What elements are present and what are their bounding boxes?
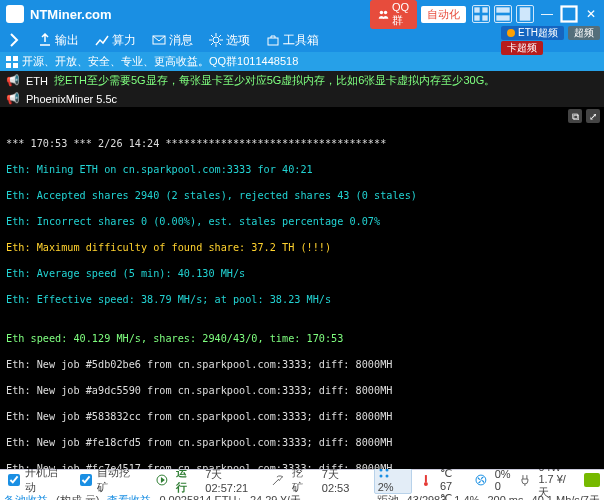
titlebar: NTMiner.com QQ群 自动化 — ✕ xyxy=(0,0,604,28)
eth-tag: ETH xyxy=(26,75,48,87)
svg-point-1 xyxy=(384,10,387,13)
svg-point-21 xyxy=(385,475,388,478)
tab-label: 消息 xyxy=(169,32,193,49)
oc-badge[interactable]: 超频 xyxy=(568,26,600,40)
chevron-right-icon xyxy=(8,33,22,47)
mail-icon xyxy=(152,33,166,47)
console-job-line: Eth: New job #fc7e4517 from cn.sparkpool… xyxy=(6,463,392,469)
miner-row: 📢 PhoenixMiner 5.5c xyxy=(0,90,604,107)
svg-rect-14 xyxy=(13,56,18,61)
qq-group-label: QQ群 xyxy=(392,1,409,28)
run-icon xyxy=(156,474,168,486)
svg-rect-7 xyxy=(496,15,509,20)
hashrate-7d: 40.1 Mh/s/7天 xyxy=(532,493,600,501)
console-line: Eth: Incorrect shares 0 (0.00%), est. st… xyxy=(6,216,380,227)
console-line: Eth: Effective speed: 38.79 MH/s; at poo… xyxy=(6,294,331,305)
gear-icon xyxy=(209,33,223,47)
svg-rect-4 xyxy=(474,15,479,20)
console-expand-button[interactable]: ⤢ xyxy=(586,109,600,123)
eth-oc-badge[interactable]: ETH超频 xyxy=(501,26,564,40)
console-speed-line: Eth speed: 40.129 MH/s, shares: 2940/43/… xyxy=(6,333,343,344)
svg-point-23 xyxy=(424,482,428,486)
latency: 200 ms xyxy=(487,494,523,500)
chart-icon xyxy=(95,33,109,47)
tab-hashrate[interactable]: 算力 xyxy=(87,28,144,52)
pickaxe-icon xyxy=(272,474,284,486)
speaker-icon: 📢 xyxy=(6,74,20,87)
profit-eth: 0.0025814 ETH↓ xyxy=(159,494,242,500)
card-oc-badge[interactable]: 卡超频 xyxy=(501,41,543,55)
distance-shares: 43/2983 xyxy=(407,494,447,500)
svg-rect-16 xyxy=(13,63,18,68)
svg-point-0 xyxy=(380,10,383,13)
svg-rect-15 xyxy=(6,63,11,68)
svg-rect-22 xyxy=(425,475,427,482)
message-row: 📢 ETH 挖ETH至少需要5G显存，每张显卡至少对应5G虚拟内存，比如6张显卡… xyxy=(0,71,604,90)
console-job-line: Eth: New job #a9dc5590 from cn.sparkpool… xyxy=(6,385,392,396)
grid-icon xyxy=(6,56,18,68)
toolbox-icon xyxy=(266,33,280,47)
phoenixminer-label: PhoenixMiner 5.5c xyxy=(26,93,117,105)
tab-label: 输出 xyxy=(55,32,79,49)
console-job-line: Eth: New job #5db02be6 from cn.sparkpool… xyxy=(6,359,392,370)
people-icon xyxy=(378,9,389,20)
banner-text: 开源、开放、安全、专业、更高收益。QQ群1011448518 xyxy=(22,54,298,69)
banner: 开源、开放、安全、专业、更高收益。QQ群1011448518 xyxy=(0,52,604,71)
automation-button[interactable]: 自动化 xyxy=(421,6,466,23)
layout-rows-icon[interactable] xyxy=(494,5,512,23)
console-job-line: Eth: New job #583832cc from cn.sparkpool… xyxy=(6,411,392,422)
console-line: Eth: Mining ETH on cn.sparkpool.com:3333… xyxy=(6,164,313,175)
fan-speed: 0%0 xyxy=(495,468,511,492)
view-profit-button[interactable]: 查看收益 xyxy=(107,493,151,501)
tab-label: 算力 xyxy=(112,32,136,49)
svg-rect-9 xyxy=(562,7,577,22)
minimize-button[interactable]: — xyxy=(538,5,556,23)
svg-rect-6 xyxy=(496,7,509,12)
thermometer-icon xyxy=(420,474,432,486)
profit-cny: 24.29 ¥/天 xyxy=(250,493,301,501)
plug-icon xyxy=(519,474,531,486)
status-bar: 开机启动 自动挖矿 运行 7天02:57:21 挖矿 7天02:53 2% 67… xyxy=(0,469,604,500)
svg-rect-8 xyxy=(520,7,531,20)
app-name: NTMiner.com xyxy=(30,7,112,22)
app-logo-icon xyxy=(6,5,24,23)
distance-pct: 1.4% xyxy=(454,494,479,500)
backup-val: (构成 元) xyxy=(56,493,99,501)
svg-rect-5 xyxy=(482,15,487,20)
console-job-line: Eth: New job #fe18cfd5 from cn.sparkpool… xyxy=(6,437,392,448)
console-line: Eth: Average speed (5 min): 40.130 MH/s xyxy=(6,268,245,279)
console-line: Eth: Accepted shares 2940 (2 stales), re… xyxy=(6,190,417,201)
svg-rect-13 xyxy=(6,56,11,61)
fan-icon xyxy=(475,474,487,486)
tab-label: 选项 xyxy=(226,32,250,49)
console-copy-button[interactable]: ⧉ xyxy=(568,109,582,123)
svg-rect-2 xyxy=(474,7,479,12)
tab-toolbox[interactable]: 工具箱 xyxy=(258,28,327,52)
console-output: ⧉ ⤢ *** 170:53 *** 2/26 14:24 **********… xyxy=(0,107,604,469)
tab-messages[interactable]: 消息 xyxy=(144,28,201,52)
qq-group-button[interactable]: QQ群 xyxy=(370,0,417,29)
expand-button[interactable] xyxy=(0,28,30,52)
svg-point-20 xyxy=(379,475,382,478)
tab-output[interactable]: 输出 xyxy=(30,28,87,52)
tab-options[interactable]: 选项 xyxy=(201,28,258,52)
svg-rect-3 xyxy=(482,7,487,12)
upload-icon xyxy=(38,33,52,47)
toolbar: 输出 算力 消息 选项 工具箱 ETH超频 超频 卡超频 xyxy=(0,28,604,52)
eth-notice: 挖ETH至少需要5G显存，每张显卡至少对应5G虚拟内存，比如6张显卡虚拟内存至少… xyxy=(54,73,495,88)
svg-point-11 xyxy=(213,37,219,43)
console-timestamp: *** 170:53 *** 2/26 14:24 **************… xyxy=(6,138,386,149)
coin-icon xyxy=(507,29,515,37)
maximize-button[interactable] xyxy=(560,5,578,23)
speaker-icon: 📢 xyxy=(6,92,20,105)
svg-point-24 xyxy=(476,475,486,485)
close-button[interactable]: ✕ xyxy=(582,5,600,23)
svg-rect-12 xyxy=(268,38,278,45)
console-line: Eth: Maximum difficulty of found share: … xyxy=(6,242,331,253)
nvidia-icon xyxy=(584,473,600,487)
distance-label: 距池 xyxy=(377,493,399,501)
tab-label: 工具箱 xyxy=(283,32,319,49)
layout-grid-icon[interactable] xyxy=(472,5,490,23)
layout-page-icon[interactable] xyxy=(516,5,534,23)
